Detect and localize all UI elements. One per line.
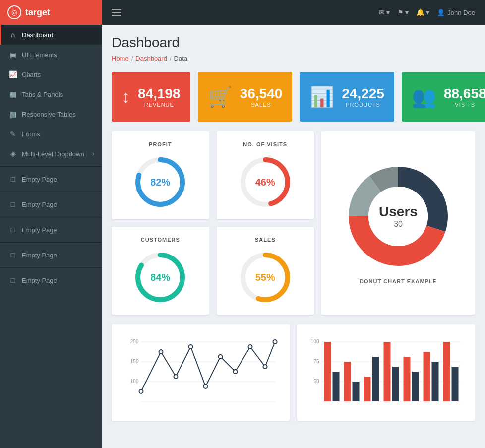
- svg-text:50: 50: [313, 379, 319, 384]
- main-container: ⌂ Dashboard ▣ UI Elements 📈 Charts ▦ Tab…: [0, 25, 485, 448]
- sidebar-item-multi-dropdown[interactable]: ◈ Multi-Level Dropdown ›: [0, 144, 102, 164]
- gauge-value-customers: 84%: [150, 272, 170, 283]
- gauge-card-visits: NO. OF VISITS 46%: [217, 131, 314, 219]
- sidebar-label-tabs: Tabs & Panels: [22, 91, 94, 98]
- svg-rect-44: [392, 367, 399, 401]
- brand[interactable]: ◎ target: [0, 0, 102, 25]
- sidebar-divider-3: [0, 217, 102, 217]
- revenue-label: REVENUE: [138, 102, 181, 108]
- stat-card-revenue: ↕ 84,198 REVENUE: [112, 72, 190, 122]
- sidebar: ⌂ Dashboard ▣ UI Elements 📈 Charts ▦ Tab…: [0, 25, 102, 448]
- flag-dropdown-arrow: ▾: [405, 8, 409, 16]
- gauge-customers: 84%: [133, 250, 187, 305]
- svg-text:100: 100: [130, 379, 139, 384]
- mail-dropdown-arrow: ▾: [386, 8, 390, 16]
- home-icon: ⌂: [9, 31, 17, 39]
- navbar-right: ✉ ▾ ⚑ ▾ 🔔 ▾ 👤 John Doe: [379, 8, 485, 16]
- ui-elements-icon: ▣: [9, 51, 17, 59]
- sidebar-divider-2: [0, 192, 102, 192]
- svg-rect-49: [443, 342, 450, 401]
- sidebar-item-tables[interactable]: ▤ Responsive Tables: [0, 104, 102, 124]
- sales-number: 36,540: [240, 86, 283, 102]
- dropdown-icon: ◈: [9, 150, 17, 158]
- sidebar-label-empty-1: Empty Page: [22, 176, 94, 183]
- chevron-right-icon: ›: [92, 150, 94, 157]
- charts-icon: 📈: [9, 70, 17, 78]
- sidebar-label-tables: Responsive Tables: [22, 111, 94, 118]
- svg-text:150: 150: [130, 359, 139, 364]
- sidebar-item-empty-4[interactable]: □ Empty Page: [0, 245, 102, 265]
- sidebar-item-empty-2[interactable]: □ Empty Page: [0, 194, 102, 214]
- mail-button[interactable]: ✉ ▾: [379, 8, 390, 16]
- svg-rect-37: [324, 342, 331, 401]
- gauge-value-sales: 55%: [255, 272, 275, 283]
- sidebar-label-ui-elements: UI Elements: [22, 51, 94, 59]
- sidebar-label-dashboard: Dashboard: [22, 31, 94, 39]
- sidebar-item-tabs[interactable]: ▦ Tabs & Panels: [0, 84, 102, 104]
- bar-chart-card: 100 75 50: [297, 324, 475, 421]
- gauge-sales: 55%: [238, 250, 293, 305]
- bell-button[interactable]: 🔔 ▾: [416, 8, 429, 16]
- svg-point-23: [189, 345, 193, 349]
- stat-cards-row: ↕ 84,198 REVENUE 🛒 36,540 SALES 📊 24,225…: [112, 72, 475, 122]
- line-chart-svg: 200 150 100: [119, 332, 282, 411]
- donut-chart: Users 30: [344, 162, 453, 271]
- breadcrumb: Home / Dashboard / Data: [112, 55, 475, 62]
- sidebar-item-empty-5[interactable]: □ Empty Page: [0, 270, 102, 290]
- stat-card-products: 📊 24,225 PRODUCTS: [300, 72, 394, 122]
- charts-row: PROFIT 82% NO. OF VISITS: [112, 131, 475, 315]
- brand-name: target: [25, 7, 50, 18]
- bar-chart-svg: 100 75 50: [304, 332, 468, 411]
- products-info: 24,225 PRODUCTS: [342, 86, 384, 108]
- hamburger-menu[interactable]: [102, 9, 121, 16]
- page-title: Dashboard: [112, 35, 475, 51]
- sidebar-item-ui-elements[interactable]: ▣ UI Elements: [0, 45, 102, 64]
- sidebar-item-dashboard[interactable]: ⌂ Dashboard: [0, 25, 102, 45]
- breadcrumb-current: Data: [174, 55, 187, 62]
- user-icon: 👤: [437, 9, 445, 16]
- sidebar-label-charts: Charts: [22, 71, 94, 78]
- svg-rect-46: [412, 372, 419, 401]
- brand-icon: ◎: [7, 5, 21, 19]
- donut-chart-label: DONUT CHART EXAMPLE: [360, 278, 437, 284]
- svg-text:75: 75: [313, 359, 319, 364]
- sidebar-item-empty-1[interactable]: □ Empty Page: [0, 169, 102, 189]
- user-name: John Doe: [447, 9, 475, 16]
- gauge-title-profit: PROFIT: [121, 141, 199, 147]
- revenue-number: 84,198: [138, 86, 181, 102]
- gauge-row-bottom: CUSTOMERS 84% SALES: [112, 227, 314, 315]
- products-label: PRODUCTS: [342, 102, 384, 108]
- svg-point-24: [204, 384, 208, 388]
- breadcrumb-section[interactable]: Dashboard: [135, 55, 167, 62]
- svg-rect-47: [424, 352, 430, 401]
- sidebar-divider-5: [0, 267, 102, 268]
- sidebar-item-charts[interactable]: 📈 Charts: [0, 64, 102, 84]
- breadcrumb-home[interactable]: Home: [112, 55, 129, 62]
- page-icon-2: □: [9, 200, 17, 208]
- mail-icon: ✉: [379, 8, 385, 16]
- navbar: ◎ target ✉ ▾ ⚑ ▾ 🔔 ▾ 👤 John Doe: [0, 0, 485, 25]
- flag-icon: ⚑: [397, 8, 404, 16]
- donut-center: Users 30: [379, 204, 418, 229]
- gauge-title-visits: NO. OF VISITS: [227, 141, 304, 147]
- svg-point-28: [263, 365, 267, 369]
- bell-dropdown-arrow: ▾: [426, 8, 429, 16]
- revenue-info: 84,198 REVENUE: [138, 86, 181, 108]
- line-chart-card: 200 150 100: [112, 324, 290, 421]
- stat-card-sales: 🛒 36,540 SALES: [198, 72, 293, 122]
- page-icon-5: □: [9, 276, 17, 284]
- sidebar-item-empty-3[interactable]: □ Empty Page: [0, 220, 102, 240]
- sidebar-item-forms[interactable]: ✎ Forms: [0, 124, 102, 144]
- svg-point-22: [174, 375, 178, 379]
- svg-rect-50: [452, 367, 459, 401]
- sidebar-label-empty-2: Empty Page: [22, 201, 94, 208]
- svg-point-21: [159, 350, 163, 354]
- user-menu[interactable]: 👤 John Doe: [437, 9, 475, 16]
- products-icon: 📊: [309, 85, 334, 109]
- flag-button[interactable]: ⚑ ▾: [397, 8, 409, 16]
- page-icon-3: □: [9, 226, 17, 234]
- page-icon-1: □: [9, 175, 17, 183]
- gauge-title-sales: SALES: [227, 237, 304, 243]
- svg-text:100: 100: [311, 339, 319, 344]
- sidebar-label-multi-dropdown: Multi-Level Dropdown: [22, 150, 84, 158]
